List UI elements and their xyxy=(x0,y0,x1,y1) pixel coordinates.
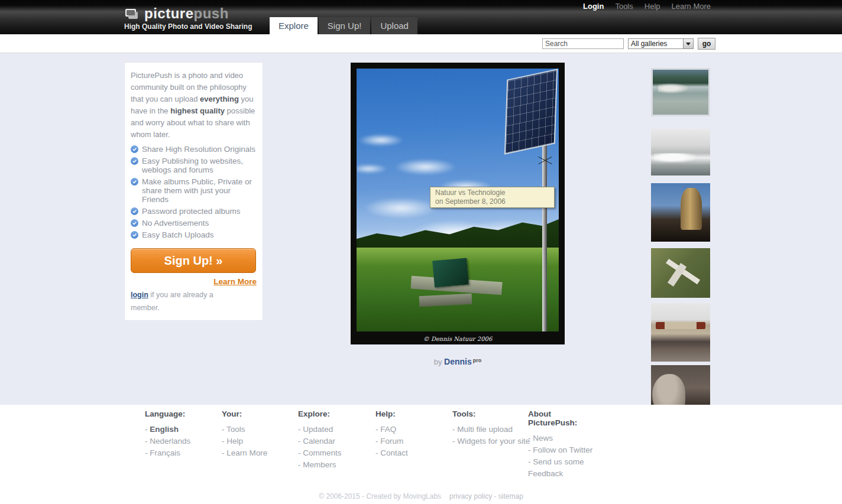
login-link[interactable]: login xyxy=(131,291,148,299)
footer-link-francais[interactable]: Français xyxy=(150,448,180,457)
check-icon xyxy=(131,145,138,153)
footer-link-multi-file-upload[interactable]: Multi file upload xyxy=(457,425,513,434)
green-box-graphic xyxy=(432,258,469,287)
tab-upload[interactable]: Upload xyxy=(371,17,417,34)
tab-explore[interactable]: Explore xyxy=(270,17,318,34)
check-icon xyxy=(131,219,138,227)
thumbnail-vernon-drug-store[interactable] xyxy=(651,303,710,362)
learn-more-link[interactable]: Learn More xyxy=(131,277,257,286)
copyright-text: © 2006-2015 - Created by MovingLabs xyxy=(319,492,441,500)
photo-date: on September 8, 2006 xyxy=(435,197,549,206)
main-tabs: Explore Sign Up! Upload xyxy=(270,17,417,34)
check-icon xyxy=(131,207,138,215)
top-nav: Login Tools Help Learn More xyxy=(583,2,711,11)
footer-link-tools[interactable]: Tools xyxy=(226,425,245,434)
nav-tools[interactable]: Tools xyxy=(615,2,633,11)
gallery-select[interactable]: All galleries xyxy=(628,38,694,49)
main-photo[interactable]: Natuur vs Technologie on September 8, 20… xyxy=(351,63,565,344)
footer-link-widgets[interactable]: Widgets for your site xyxy=(457,437,530,446)
footer-link-feedback[interactable]: Send us some Feedback xyxy=(528,457,584,478)
go-button[interactable]: go xyxy=(698,38,715,50)
pole-graphic xyxy=(542,138,547,331)
chevron-down-icon xyxy=(686,43,691,45)
footer-link-comments[interactable]: Comments xyxy=(303,448,341,457)
gallery-select-value: All galleries xyxy=(629,40,683,48)
logo-wordmark: picturepush xyxy=(144,5,229,22)
login-hint: login if you are already a member. xyxy=(131,288,235,314)
footer-link-faq[interactable]: FAQ xyxy=(380,425,396,434)
check-icon xyxy=(131,231,138,239)
sign-up-button[interactable]: Sign Up! » xyxy=(131,248,256,273)
check-icon xyxy=(131,178,138,186)
search-strip: All galleries go xyxy=(0,34,842,53)
footer-link-contact[interactable]: Contact xyxy=(380,448,408,457)
photo-title: Natuur vs Technologie xyxy=(435,188,549,197)
nav-help[interactable]: Help xyxy=(645,2,660,11)
privacy-policy-link[interactable]: privacy policy xyxy=(449,492,492,500)
footer-col-language: Language: - English - Nederlands - Franç… xyxy=(145,409,216,459)
intro-card: PicturePush is a photo and video communi… xyxy=(124,62,263,321)
footer-link-news[interactable]: News xyxy=(533,434,553,443)
feature-item: Easy Batch Uploads xyxy=(131,230,257,239)
search-input[interactable] xyxy=(542,38,624,49)
check-icon xyxy=(131,157,138,165)
feature-item: Share High Resolution Originals xyxy=(131,145,257,154)
logo-tagline: High Quality Photo and Video Sharing xyxy=(124,22,252,31)
byline: by Dennispro xyxy=(351,357,565,366)
photo-stack-icon xyxy=(124,7,140,20)
footer-link-members[interactable]: Members xyxy=(303,460,336,469)
dropdown-button[interactable] xyxy=(683,39,693,48)
pro-badge: pro xyxy=(473,357,482,363)
nav-login[interactable]: Login xyxy=(583,2,604,11)
nav-learn-more[interactable]: Learn More xyxy=(672,2,711,11)
feature-item: No Advertisements xyxy=(131,219,257,227)
feature-item: Password protected albums xyxy=(131,207,257,216)
author-link[interactable]: Dennis xyxy=(444,357,472,366)
footer-link-nederlands[interactable]: Nederlands xyxy=(150,437,190,446)
footer-link-english[interactable]: English xyxy=(150,425,179,434)
footer-link-updated[interactable]: Updated xyxy=(303,425,333,434)
thumbnail-plane-on-hillside[interactable] xyxy=(651,248,710,298)
footer-link-twitter[interactable]: Follow on Twitter xyxy=(533,446,592,454)
footer-link-learn-more[interactable]: Learn More xyxy=(226,448,267,457)
photo-watermark: © Dennis Natuur 2006 xyxy=(351,336,565,342)
feature-item: Make albums Public, Private or share the… xyxy=(131,177,257,204)
thumbnail-stone-tower[interactable] xyxy=(651,183,710,242)
picturepush-logo[interactable]: picturepush High Quality Photo and Video… xyxy=(124,5,252,31)
footer-link-help[interactable]: Help xyxy=(226,437,243,446)
thumbnail-harbor-boats[interactable] xyxy=(651,68,710,116)
footer-link-calendar[interactable]: Calendar xyxy=(303,437,335,446)
photo-caption: Natuur vs Technologie on September 8, 20… xyxy=(430,187,555,208)
intro-paragraph: PicturePush is a photo and video communi… xyxy=(131,70,257,141)
footer-col-help: Help: - FAQ - Forum - Contact xyxy=(375,409,446,459)
footer-col-explore: Explore: - Updated - Calendar - Comments… xyxy=(298,409,369,471)
footer: Language: - English - Nederlands - Franç… xyxy=(0,405,842,504)
copyright-bar: © 2006-2015 - Created by MovingLabspriva… xyxy=(0,492,842,500)
footer-col-your: Your: - Tools - Help - Learn More xyxy=(222,409,293,459)
sitemap-link[interactable]: sitemap xyxy=(498,492,523,500)
feature-item: Easy Publishing to websites, weblogs and… xyxy=(131,157,257,174)
footer-col-tools: Tools: - Multi file upload - Widgets for… xyxy=(452,409,530,447)
tab-sign-up[interactable]: Sign Up! xyxy=(319,17,371,34)
footer-col-about: About PicturePush: - News - Follow on Tw… xyxy=(528,409,597,480)
header: picturepush High Quality Photo and Video… xyxy=(0,0,842,34)
feature-list: Share High Resolution Originals Easy Pub… xyxy=(131,145,257,239)
solar-panel-graphic xyxy=(504,69,558,154)
thumbnail-winter-marina[interactable] xyxy=(651,129,710,175)
footer-link-forum[interactable]: Forum xyxy=(380,437,403,446)
